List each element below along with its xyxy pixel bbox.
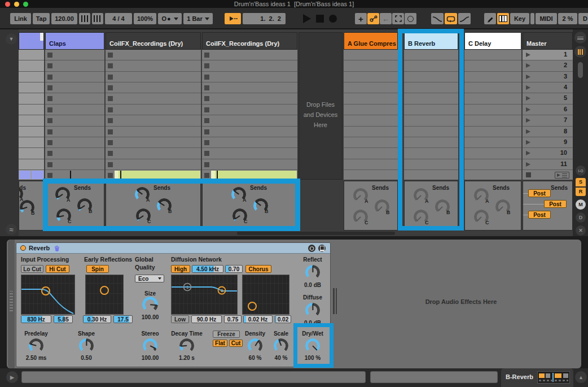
send-knob-a[interactable]: A [474, 188, 489, 203]
clip-stop-button[interactable] [47, 118, 52, 123]
shape-knob[interactable] [79, 338, 94, 353]
send-knob-b[interactable]: B [157, 198, 172, 213]
clip-slot[interactable] [45, 148, 104, 159]
clip-stop-button[interactable] [108, 118, 113, 123]
track-delay-section-toggle[interactable]: D [576, 212, 586, 223]
scene-launch-icon[interactable] [526, 85, 530, 90]
clip-stop-button[interactable] [47, 129, 52, 134]
diffuse-value[interactable]: 0.0 dB [296, 320, 330, 326]
stop-all-clips-button[interactable] [526, 172, 531, 177]
clip-slot[interactable] [106, 127, 201, 137]
clip-slot-partial[interactable] [404, 170, 458, 180]
scene-launch-icon[interactable] [526, 96, 530, 101]
clip-stop-button[interactable] [204, 63, 209, 68]
predelay-value[interactable]: 2.50 ms [19, 355, 53, 361]
density-knob[interactable] [248, 338, 262, 353]
punch-in-button[interactable] [431, 13, 444, 24]
clip-stop-button[interactable] [204, 75, 209, 80]
clip-slot[interactable] [19, 115, 44, 126]
scale-value[interactable]: 40 % [264, 355, 298, 361]
time-signature-display[interactable]: 4 / 4 [105, 13, 132, 24]
stop-button[interactable] [316, 15, 324, 23]
send-knob-c[interactable]: C [353, 210, 368, 224]
scene-slot[interactable]: 9 [523, 137, 573, 148]
crossfade-curve-button[interactable]: ≈ [6, 224, 17, 235]
clip-slot[interactable] [19, 105, 44, 115]
clip-slot[interactable] [464, 82, 521, 93]
clip-stop-button[interactable] [204, 53, 209, 58]
cut-toggle[interactable]: Cut [229, 340, 243, 347]
clip-slot[interactable] [45, 72, 104, 82]
returns-section-toggle[interactable]: R [576, 188, 586, 196]
clip-slot[interactable] [404, 82, 458, 93]
clip-slot[interactable] [404, 115, 458, 126]
punch-circle-button[interactable] [405, 13, 416, 24]
back-to-arrangement-button[interactable]: ← [380, 13, 392, 24]
clip-slot[interactable] [45, 105, 104, 115]
tap-tempo-button[interactable]: Tap [33, 13, 50, 24]
clip-slot[interactable] [344, 93, 398, 104]
decay-time-value[interactable]: 1.20 s [164, 355, 209, 361]
send-knob-a[interactable]: A [55, 187, 70, 202]
clip-slot[interactable] [344, 159, 398, 170]
scene-launch-icon[interactable] [526, 140, 530, 145]
clip-slot[interactable] [202, 50, 297, 60]
chorus-toggle[interactable]: Chorus [245, 265, 271, 273]
chorus-amount-field[interactable]: 0.02 [275, 315, 291, 323]
clip-slot[interactable] [106, 115, 201, 126]
shape-value[interactable]: 0.50 [69, 355, 103, 361]
stereo-value[interactable]: 100.00 [133, 355, 167, 361]
clip-stop-button[interactable] [47, 173, 52, 178]
device-view-handle[interactable] [8, 240, 15, 368]
clip-stop-button[interactable] [204, 140, 209, 145]
flat-toggle[interactable]: Flat [213, 340, 227, 347]
scene-slot[interactable]: 2 [523, 60, 573, 71]
clip-green-light[interactable] [115, 171, 119, 179]
track-header-coil2[interactable]: CoilFX_Recordings (Dry) [202, 32, 297, 50]
clip-stop-button[interactable] [204, 173, 209, 178]
clip-slot[interactable] [344, 60, 398, 71]
clip-stop-button[interactable] [47, 96, 52, 101]
clip-stop-button[interactable] [108, 129, 113, 134]
clip-slot[interactable] [45, 137, 104, 148]
scene-launch-icon[interactable] [526, 118, 530, 123]
scene-slot[interactable]: 1 [523, 50, 573, 60]
automation-arm-button[interactable]: + [355, 13, 367, 24]
clip-slot[interactable] [202, 159, 297, 170]
vertical-scrollbar-thumb[interactable] [578, 62, 583, 78]
clip-slot[interactable] [202, 60, 297, 71]
clip-slot[interactable] [404, 137, 458, 148]
reflect-knob[interactable] [305, 265, 320, 280]
clip-slot[interactable] [106, 159, 201, 170]
clip-slot[interactable] [19, 137, 44, 148]
crossfader-section-toggle[interactable]: ✕ [576, 225, 586, 236]
clip-slot[interactable] [464, 50, 521, 60]
play-button[interactable] [303, 14, 311, 23]
clip-stop-button[interactable] [108, 63, 113, 68]
clip-slot[interactable] [464, 148, 521, 159]
lowcut-freq-field[interactable]: 830 Hz [21, 315, 51, 323]
clip-stop-button[interactable] [47, 53, 52, 58]
clip-slot[interactable] [464, 137, 521, 148]
send-knob-a[interactable]: A [231, 187, 246, 202]
clip-stop-button[interactable] [204, 85, 209, 90]
record-button[interactable] [329, 15, 337, 23]
clip-slot[interactable] [106, 50, 201, 60]
scene-slot[interactable]: 11 [523, 159, 573, 170]
mixer-section-toggle[interactable]: M [576, 199, 586, 210]
freeze-toggle[interactable]: Freeze [213, 331, 240, 338]
quantization-menu[interactable]: 1 Bar [183, 13, 213, 24]
loop-button[interactable] [445, 13, 457, 24]
scene-slot[interactable]: 8 [523, 127, 573, 137]
clip-stop-button[interactable] [47, 140, 52, 145]
clip-slot-partial[interactable] [106, 170, 201, 180]
send-knob-b[interactable]: B [495, 199, 510, 214]
midi-map-button[interactable]: MIDI [536, 13, 557, 24]
clip-slot[interactable] [464, 72, 521, 82]
clip-stop-button[interactable] [204, 129, 209, 134]
clip-stop-button[interactable] [108, 53, 113, 58]
clip-slot[interactable] [404, 50, 458, 60]
clip-slot[interactable] [106, 82, 201, 93]
send-knob-a[interactable]: A [353, 188, 368, 203]
diffusion-eq-display[interactable]: 1 2 [171, 275, 238, 315]
